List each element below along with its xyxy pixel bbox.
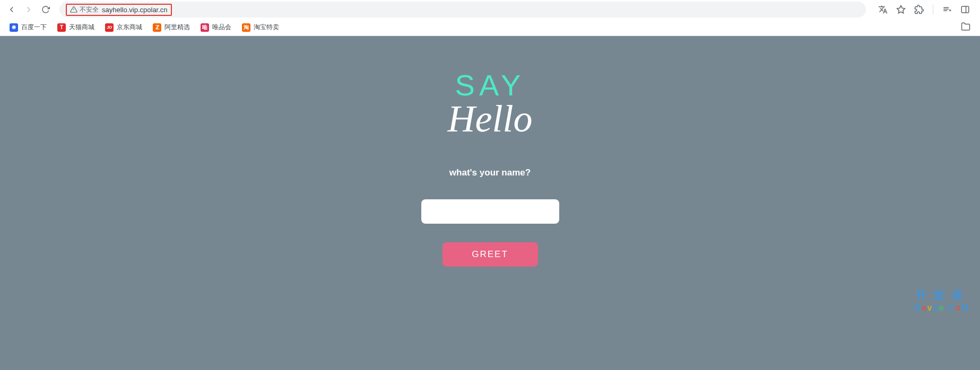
watermark-line2: DevZe.CoM <box>915 303 969 313</box>
bookmark-icon: JD <box>105 23 114 32</box>
bookmark-baidu[interactable]: ❋ 百度一下 <box>5 21 51 34</box>
all-bookmarks-button[interactable] <box>961 22 975 33</box>
reload-button[interactable] <box>38 2 53 17</box>
greet-button[interactable]: GREET <box>443 242 538 267</box>
extensions-icon[interactable] <box>913 3 925 16</box>
bookmark-jd[interactable]: JD 京东商城 <box>101 21 146 34</box>
bookmark-icon: 淘 <box>242 23 250 32</box>
bookmark-taobao[interactable]: 淘 淘宝特卖 <box>238 21 283 34</box>
bookmarks-bar: ❋ 百度一下 T 天猫商城 JD 京东商城 ℤ 阿里精选 唯 唯品会 淘 淘宝特… <box>0 19 980 36</box>
bookmark-label: 百度一下 <box>21 23 47 32</box>
name-prompt: what's your name? <box>449 168 531 178</box>
watermark: 开发者 DevZe.CoM <box>915 287 969 313</box>
bookmark-label: 京东商城 <box>117 23 142 32</box>
separator <box>933 5 933 14</box>
bookmark-label: 天猫商城 <box>69 23 94 32</box>
watermark-line1: 开发者 <box>915 287 969 303</box>
url-text: sayhello.vip.cpolar.cn <box>102 6 168 14</box>
bookmark-label: 唯品会 <box>212 23 231 32</box>
star-icon[interactable] <box>895 3 907 16</box>
toolbar-right <box>872 3 976 16</box>
bookmark-label: 淘宝特卖 <box>254 23 279 32</box>
svg-marker-2 <box>897 6 905 13</box>
translate-icon[interactable] <box>877 3 889 16</box>
playlist-icon[interactable] <box>941 3 953 16</box>
bookmark-label: 阿里精选 <box>164 23 190 32</box>
insecure-label: 不安全 <box>80 5 99 14</box>
back-button[interactable] <box>4 2 19 17</box>
warning-icon <box>70 6 77 13</box>
forward-button[interactable] <box>21 2 36 17</box>
browser-toolbar: 不安全 sayhello.vip.cpolar.cn <box>0 0 980 19</box>
security-indicator: 不安全 <box>70 5 99 14</box>
bookmark-icon: 唯 <box>201 23 209 32</box>
title-hello: Hello <box>448 97 533 141</box>
bookmark-icon: ❋ <box>10 23 18 32</box>
page-content: SAY Hello what's your name? GREET 开发者 De… <box>0 36 980 370</box>
url-highlight-box: 不安全 sayhello.vip.cpolar.cn <box>66 4 172 16</box>
name-input[interactable] <box>421 199 559 224</box>
bookmark-vip[interactable]: 唯 唯品会 <box>196 21 236 34</box>
bookmark-tmall[interactable]: T 天猫商城 <box>53 21 99 34</box>
bookmark-icon: ℤ <box>153 23 161 32</box>
folder-icon <box>961 22 970 31</box>
bookmark-ali[interactable]: ℤ 阿里精选 <box>149 21 194 34</box>
svg-rect-3 <box>961 6 969 13</box>
sidepanel-icon[interactable] <box>959 3 972 16</box>
bookmark-icon: T <box>57 23 66 32</box>
address-bar[interactable]: 不安全 sayhello.vip.cpolar.cn <box>59 2 866 17</box>
